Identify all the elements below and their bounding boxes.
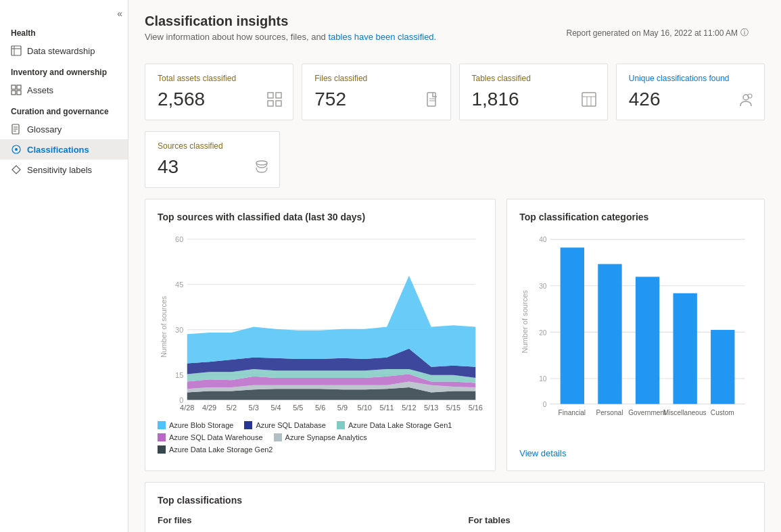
sidebar-collapse-button[interactable]: « <box>0 5 128 22</box>
sidebar-section-health: Health <box>0 22 128 41</box>
bar-personal <box>598 264 622 404</box>
bar-chart-svg: 40 30 20 10 0 Number of sources <box>519 232 752 441</box>
svg-text:5/11: 5/11 <box>379 404 394 412</box>
tables-icon <box>582 92 596 110</box>
svg-rect-13 <box>268 93 273 98</box>
bar-financial <box>561 247 584 404</box>
sources-label: Sources classified <box>158 141 267 151</box>
legend-data-lake-gen1-label: Azure Data Lake Storage Gen1 <box>348 421 452 429</box>
svg-text:5/4: 5/4 <box>270 404 281 412</box>
area-chart-container: 60 45 30 15 0 Number of sources <box>158 232 483 414</box>
page-subtitle: View information about how sources, file… <box>145 32 436 42</box>
svg-text:4/28: 4/28 <box>180 404 194 412</box>
legend-sql-db: Azure SQL Database <box>244 421 326 429</box>
legend-data-lake-gen2: Azure Data Lake Storage Gen2 <box>158 445 273 454</box>
svg-text:Miscellaneous: Miscellaneous <box>663 408 707 417</box>
svg-rect-17 <box>427 93 435 106</box>
sidebar-section-curation: Curation and governance <box>0 100 128 119</box>
sidebar-section-inventory: Inventory and ownership <box>0 61 128 80</box>
legend-sql-db-label: Azure SQL Database <box>256 421 326 429</box>
for-files-col: For files <box>158 515 442 525</box>
svg-rect-3 <box>11 85 16 89</box>
legend-data-lake-gen2-label: Azure Data Lake Storage Gen2 <box>169 445 273 454</box>
bar-chart-container: 40 30 20 10 0 Number of sources <box>519 232 752 441</box>
svg-text:30: 30 <box>175 326 183 334</box>
svg-text:5/2: 5/2 <box>227 404 237 412</box>
sources-value: 43 <box>158 156 267 178</box>
svg-text:5/10: 5/10 <box>358 404 372 412</box>
stat-cards-row1: Total assets classified 2,568 Files clas… <box>145 64 765 120</box>
legend-sql-dw-color <box>158 433 166 441</box>
sidebar-item-data-stewardship[interactable]: Data stewardship <box>0 41 128 61</box>
sidebar-item-glossary[interactable]: Glossary <box>0 119 128 139</box>
svg-marker-43 <box>187 276 476 367</box>
stat-card-files: Files classified 752 <box>302 64 450 120</box>
sidebar-item-glossary-label: Glossary <box>27 124 62 135</box>
svg-text:5/9: 5/9 <box>337 404 348 412</box>
svg-text:Financial: Financial <box>559 408 586 417</box>
legend-data-lake-gen2-color <box>158 445 166 454</box>
classifications-cols: For files For tables <box>158 515 752 525</box>
sidebar-item-sensitivity-labels[interactable]: Sensitivity labels <box>0 160 128 180</box>
svg-text:20: 20 <box>539 328 546 337</box>
sidebar-item-classifications[interactable]: Classifications <box>0 139 128 160</box>
main-content: Classification insights View information… <box>128 0 781 532</box>
legend-blob-storage-color <box>158 421 166 429</box>
svg-text:Number of sources: Number of sources <box>160 295 168 358</box>
svg-rect-15 <box>268 101 273 106</box>
data-stewardship-icon <box>11 45 22 56</box>
glossary-icon <box>11 124 22 135</box>
svg-text:0: 0 <box>543 400 547 409</box>
for-tables-title: For tables <box>469 515 753 525</box>
unique-label: Unique classifications found <box>629 74 752 83</box>
sidebar-item-sensitivity-labels-label: Sensitivity labels <box>27 165 92 175</box>
sidebar-item-classifications-label: Classifications <box>27 145 89 155</box>
svg-rect-4 <box>17 85 21 89</box>
bar-chart-panel: Top classification categories 40 30 20 1… <box>506 199 765 471</box>
legend-blob-storage-label: Azure Blob Storage <box>169 421 233 429</box>
subtitle-link[interactable]: tables have been classified. <box>328 32 436 42</box>
for-tables-col: For tables <box>469 515 753 525</box>
stat-card-unique: Unique classifications found 426 <box>616 64 765 120</box>
sidebar-item-data-stewardship-label: Data stewardship <box>27 46 95 56</box>
svg-rect-20 <box>582 93 596 106</box>
sidebar-item-assets[interactable]: Assets <box>0 80 128 100</box>
area-chart-svg: 60 45 30 15 0 Number of sources <box>158 232 483 414</box>
files-value: 752 <box>314 89 437 110</box>
total-assets-icon <box>267 92 282 110</box>
page-title: Classification insights <box>145 14 436 29</box>
svg-text:Government: Government <box>629 408 667 417</box>
legend-sql-dw: Azure SQL Data Warehouse <box>158 433 263 441</box>
svg-text:5/3: 5/3 <box>249 404 259 412</box>
bar-custom <box>711 330 734 404</box>
report-info-text: Report generated on May 16, 2022 at 11:0… <box>566 28 738 38</box>
view-details-link[interactable]: View details <box>519 448 566 458</box>
stat-cards-row2: Sources classified 43 <box>145 131 765 188</box>
svg-rect-14 <box>276 93 281 98</box>
stat-card-sources: Sources classified 43 <box>145 131 280 188</box>
legend-data-lake-gen1: Azure Data Lake Storage Gen1 <box>337 421 452 429</box>
tables-label: Tables classified <box>472 74 595 83</box>
area-chart-title: Top sources with classified data (last 3… <box>158 212 483 222</box>
sources-icon <box>255 160 268 178</box>
bar-miscellaneous <box>673 293 697 404</box>
bar-chart-title: Top classification categories <box>519 212 752 222</box>
svg-text:60: 60 <box>175 235 183 243</box>
svg-text:5/5: 5/5 <box>293 404 303 412</box>
unique-icon <box>738 92 753 110</box>
tables-value: 1,816 <box>472 89 595 110</box>
legend-blob-storage: Azure Blob Storage <box>158 421 233 429</box>
svg-text:5/13: 5/13 <box>424 404 438 412</box>
svg-text:Custom: Custom <box>711 408 734 417</box>
svg-text:45: 45 <box>175 281 183 289</box>
sidebar-item-assets-label: Assets <box>27 85 53 95</box>
svg-point-12 <box>15 148 18 151</box>
legend-sql-db-color <box>244 421 252 429</box>
svg-rect-5 <box>11 91 16 95</box>
svg-text:40: 40 <box>539 235 546 244</box>
svg-point-26 <box>256 161 267 165</box>
total-assets-label: Total assets classified <box>158 74 281 83</box>
svg-text:15: 15 <box>175 371 183 379</box>
svg-text:Number of sources: Number of sources <box>521 290 529 353</box>
sensitivity-labels-icon <box>11 164 22 175</box>
